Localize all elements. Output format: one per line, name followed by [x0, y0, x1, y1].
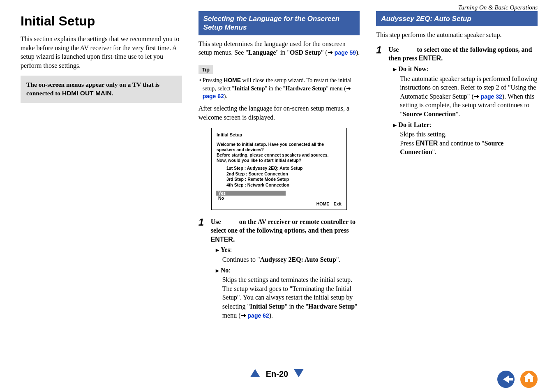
link-page-62-a[interactable]: page 62	[203, 93, 224, 99]
link-page-62-b[interactable]: page 62	[248, 312, 269, 319]
txt: ).	[356, 49, 360, 56]
triangle-down-icon	[294, 369, 304, 377]
back-button[interactable]	[497, 371, 515, 388]
wizard-step: 2nd Step : Source Connection	[226, 171, 342, 177]
txt: ".	[336, 256, 341, 263]
option-label: Yes	[216, 246, 230, 253]
txt-bold: Hardware Setup	[286, 85, 326, 92]
txt: ".	[432, 148, 437, 155]
txt: • Pressing	[199, 77, 224, 83]
page-title: Initial Setup	[21, 14, 182, 29]
wizard-intro-line: Before starting, please connect speakers…	[217, 152, 342, 158]
txt: ".	[456, 111, 460, 118]
link-page-59[interactable]: page 59	[335, 49, 356, 56]
option-label: No	[216, 267, 229, 274]
enter-key: ENTER.	[419, 55, 443, 62]
wizard-steps: 1st Step : Audyssey 2EQ: Auto Setup 2nd …	[217, 166, 342, 188]
step-body: Use ▲/▼ to select one of the following o…	[388, 45, 538, 157]
wizard-yes-option: Yes	[216, 191, 286, 196]
arrow-icon: ➔	[241, 312, 246, 319]
txt: Skips this setting.	[400, 130, 538, 139]
wizard-footer: HOME Exit	[217, 201, 342, 206]
tip-label: Tip	[199, 65, 213, 74]
colon: :	[429, 121, 431, 128]
tv-note-box: The on-screen menus appear only on a TV …	[21, 76, 182, 103]
wizard-panel: Initial Setup Welcome to initial setup. …	[211, 128, 347, 210]
option-do-it-later: Do it Later:	[388, 120, 538, 129]
txt-bold: Initial Setup	[250, 303, 285, 310]
next-page-button[interactable]	[294, 369, 304, 379]
step-number: 1	[376, 45, 384, 157]
step-body: Use ▲/▼ on the AV receiver or remote con…	[211, 217, 360, 320]
wizard-no-option: No	[217, 196, 342, 201]
column-1: Initial Setup This section explains the …	[21, 11, 182, 392]
txt: " in the "	[285, 303, 308, 310]
column-2: Selecting the Language for the Onscreen …	[199, 11, 360, 392]
home-icon	[525, 377, 533, 382]
colon: :	[427, 65, 428, 72]
audyssey-intro: This step performs the automatic speaker…	[376, 30, 538, 39]
txt-bold: OSD Setup	[290, 49, 321, 56]
back-arrow-icon	[503, 376, 509, 383]
wizard-step: 1st Step : Audyssey 2EQ: Auto Setup	[226, 166, 342, 171]
txt-bold: HOME	[224, 77, 241, 83]
wizard-title: Initial Setup	[217, 132, 342, 139]
wizard-intro: Welcome to initial setup. Have you conne…	[217, 142, 342, 164]
txt: and continue to "	[438, 140, 484, 147]
breadcrumb: Turning On & Basic Operations	[0, 0, 554, 11]
txt: Use	[211, 218, 223, 225]
page-number: En-20	[266, 369, 288, 379]
txt: " (	[321, 49, 328, 56]
option-yes: Yes:	[211, 245, 360, 254]
txt: " in the "	[265, 85, 286, 92]
link-page-32[interactable]: page 32	[481, 93, 502, 100]
option-do-it-now: Do it Now:	[388, 65, 538, 74]
enter-key: ENTER	[416, 140, 438, 147]
txt-bold: Initial Setup	[234, 85, 265, 92]
enter-key: ENTER.	[211, 236, 235, 243]
footer-right	[497, 371, 538, 388]
step-number: 1	[199, 217, 207, 320]
after-tip-paragraph: After selecting the language for on-scre…	[199, 104, 360, 122]
txt-bold: Hardware Setup	[308, 303, 355, 310]
txt: " in "	[276, 49, 290, 56]
txt-bold: Source Connection	[403, 111, 456, 118]
home-button[interactable]	[520, 371, 538, 388]
txt: ).	[269, 312, 273, 319]
section-header-audyssey: Audyssey 2EQ: Auto Setup	[376, 11, 538, 26]
colon: :	[229, 267, 230, 274]
tv-note-bold: HDMI OUT MAIN.	[62, 90, 113, 97]
txt-line: Press ENTER and continue to "Source Conn…	[400, 139, 538, 157]
prev-page-button[interactable]	[250, 369, 260, 379]
section-header-language: Selecting the Language for the Onscreen …	[199, 11, 360, 35]
txt-bold: Language	[248, 49, 276, 56]
txt: Continues to "	[222, 256, 260, 263]
wizard-intro-line: Now, would you like to start initial set…	[217, 158, 342, 163]
txt: ).	[224, 93, 227, 99]
page-footer: En-20	[0, 369, 554, 388]
option-do-it-later-body: Skips this setting. Press ENTER and cont…	[388, 130, 538, 157]
step-1-col2: 1 Use ▲/▼ on the AV receiver or remote c…	[199, 217, 360, 320]
wizard-intro-line: Welcome to initial setup. Have you conne…	[217, 142, 342, 152]
colon: :	[230, 246, 232, 253]
option-no-body: Skips the settings and terminates the in…	[211, 275, 360, 320]
language-paragraph: This step determines the language used f…	[199, 39, 360, 57]
arrow-icon: ➔	[328, 49, 333, 56]
txt-bold: Audyssey 2EQ: Auto Setup	[260, 256, 336, 263]
wizard-step: 3rd Step : Remote Mode Setup	[226, 177, 342, 182]
option-yes-body: Continues to "Audyssey 2EQ: Auto Setup".	[211, 255, 360, 264]
column-3: Audyssey 2EQ: Auto Setup This step perfo…	[376, 11, 538, 392]
arrow-icon: ➔	[474, 93, 479, 100]
option-do-it-now-body: The automatic speaker setup is performed…	[388, 74, 538, 119]
arrow-icon: ➔	[346, 85, 351, 92]
intro-paragraph: This section explains the settings that …	[21, 35, 182, 70]
footer-center: En-20	[250, 369, 304, 379]
step-1-col3: 1 Use ▲/▼ to select one of the following…	[376, 45, 538, 157]
txt: " menu (	[326, 85, 346, 92]
option-no: No:	[211, 266, 360, 275]
txt: Use	[388, 46, 400, 53]
triangle-up-icon	[250, 369, 260, 377]
wizard-step: 4th Step : Network Connection	[226, 182, 342, 188]
txt: Press	[400, 140, 416, 147]
option-label: Do it Later	[393, 121, 429, 128]
